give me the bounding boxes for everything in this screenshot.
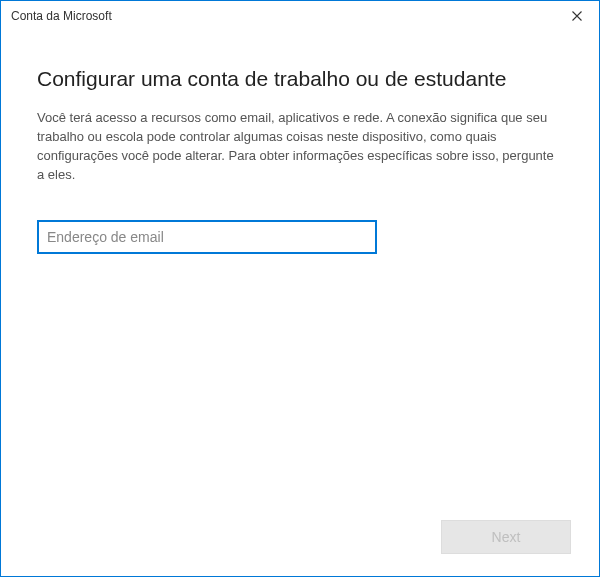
titlebar: Conta da Microsoft bbox=[1, 1, 599, 31]
dialog-window: Conta da Microsoft Configurar uma conta … bbox=[0, 0, 600, 577]
window-title: Conta da Microsoft bbox=[11, 1, 112, 31]
page-title: Configurar uma conta de trabalho ou de e… bbox=[37, 67, 563, 91]
next-button[interactable]: Next bbox=[441, 520, 571, 554]
close-button[interactable] bbox=[554, 1, 599, 31]
email-field[interactable] bbox=[37, 220, 377, 254]
close-icon bbox=[572, 8, 582, 24]
dialog-content: Configurar uma conta de trabalho ou de e… bbox=[1, 31, 599, 576]
dialog-footer: Next bbox=[441, 520, 571, 554]
description-text: Você terá acesso a recursos como email, … bbox=[37, 109, 563, 184]
